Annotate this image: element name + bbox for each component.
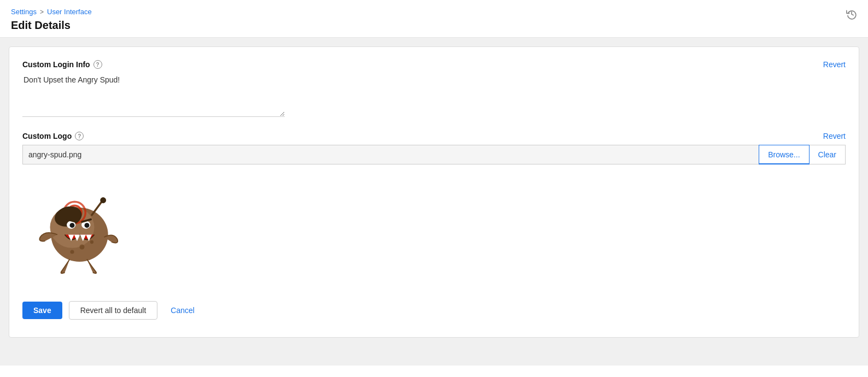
page-title: Edit Details: [11, 19, 857, 32]
field-label-row-login: Custom Login Info ?: [22, 60, 102, 69]
clear-button[interactable]: Clear: [810, 145, 846, 164]
card: Custom Login Info ? Revert Don't Upset t…: [9, 46, 859, 338]
cancel-button[interactable]: Cancel: [164, 302, 201, 319]
breadcrumb: Settings > User Interface: [11, 8, 857, 16]
logo-preview: [22, 175, 132, 279]
revert-all-default-button[interactable]: Revert all to default: [69, 301, 158, 320]
breadcrumb-settings[interactable]: Settings: [11, 8, 37, 16]
svg-point-11: [85, 223, 90, 228]
svg-point-19: [70, 250, 74, 254]
angry-spud-image: [28, 178, 126, 276]
browse-button[interactable]: Browse...: [759, 145, 809, 164]
field-label-row-logo: Custom Logo ?: [22, 132, 84, 140]
custom-logo-section: Custom Logo ? Revert Browse... Clear: [22, 132, 846, 279]
history-button[interactable]: [846, 9, 857, 22]
custom-login-info-label: Custom Login Info: [22, 60, 90, 69]
logo-section-header: Custom Logo ? Revert: [22, 132, 846, 140]
svg-line-6: [92, 202, 102, 215]
custom-login-info-textarea[interactable]: Don't Upset the Angry Spud!: [22, 73, 285, 117]
header: Settings > User Interface Edit Details: [0, 0, 868, 38]
logo-field-row: Browse... Clear: [22, 145, 846, 164]
svg-point-18: [80, 245, 85, 250]
field-header-login: Custom Login Info ? Revert: [22, 60, 846, 69]
svg-point-9: [70, 223, 75, 228]
footer-actions: Save Revert all to default Cancel: [22, 301, 846, 320]
content-area: Custom Login Info ? Revert Don't Upset t…: [0, 38, 868, 366]
custom-logo-label: Custom Logo: [22, 132, 72, 140]
history-icon: [846, 9, 857, 20]
custom-logo-help-icon: ?: [75, 132, 84, 140]
breadcrumb-current[interactable]: User Interface: [47, 8, 92, 16]
svg-point-7: [100, 197, 106, 203]
custom-login-info-section: Custom Login Info ? Revert Don't Upset t…: [22, 60, 846, 119]
save-button[interactable]: Save: [22, 302, 62, 319]
custom-login-info-help-icon: ?: [93, 60, 102, 69]
revert-logo-button[interactable]: Revert: [823, 132, 846, 140]
page-wrapper: Settings > User Interface Edit Details C…: [0, 0, 868, 377]
revert-login-info-button[interactable]: Revert: [823, 60, 846, 69]
logo-filename-input[interactable]: [22, 145, 759, 164]
breadcrumb-separator: >: [40, 8, 44, 16]
svg-point-20: [90, 240, 93, 244]
